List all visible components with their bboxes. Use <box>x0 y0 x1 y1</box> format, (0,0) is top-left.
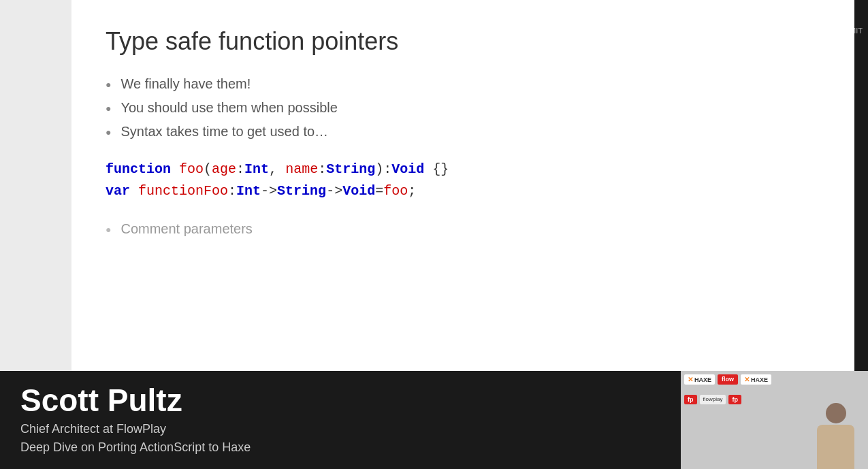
code-arrow1: -> <box>261 183 277 199</box>
code-param2-name: name <box>285 161 318 177</box>
code-type-int: Int <box>244 161 269 177</box>
presenter-head <box>826 403 846 423</box>
bottom-bar: Scott Pultz Chief Architect at FlowPlay … <box>0 371 681 469</box>
code-kw-var: var <box>106 183 130 199</box>
speaker-title-1: Chief Architect at FlowPlay <box>20 422 166 436</box>
code-var-name: functionFoo <box>138 183 228 199</box>
haxe-badge-2: ✕ HAXE <box>741 374 771 385</box>
bullet-list-1: We finally have them! You should use the… <box>106 76 820 140</box>
left-gray-bar <box>0 0 71 371</box>
haxe-badge-1: ✕ HAXE <box>684 374 715 385</box>
code-colon3: : <box>228 183 236 199</box>
bullet2-text-1: Comment parameters <box>120 221 252 237</box>
bullet-text-2: You should use them when possible <box>120 100 337 116</box>
code-param1-name: age <box>212 161 236 177</box>
code-kw-function: function <box>106 161 171 177</box>
slide-title: Type safe function pointers <box>106 27 820 56</box>
code-body: {} <box>424 161 449 177</box>
code-params: ( <box>204 161 212 177</box>
fp-label-2: fp <box>732 396 738 403</box>
fp-badge-2: fp <box>728 395 741 404</box>
fp-label-1: fp <box>688 396 694 403</box>
fp-badge-1: fp <box>684 395 697 404</box>
bullet-item-2: You should use them when possible <box>106 100 820 116</box>
video-panel: ✕ HAXE flow ✕ HAXE fp flowplay fp <box>681 371 868 469</box>
code-colon2: : <box>318 161 326 177</box>
bullet-item-3: Syntax takes time to get used to… <box>106 124 820 140</box>
code-fn-name: foo <box>179 161 204 177</box>
code-arrow2: -> <box>326 183 342 199</box>
code-assign: = <box>375 183 383 199</box>
presenter-figure <box>817 403 854 469</box>
code-fn-type-void: Void <box>342 183 375 199</box>
presenter-body <box>817 425 854 469</box>
haxe-x-icon-1: ✕ <box>688 376 693 383</box>
bullet-text-3: Syntax takes time to get used to… <box>120 124 328 140</box>
code-type-void: Void <box>391 161 424 177</box>
speaker-title-2: Deep Dive on Porting ActionScript to Hax… <box>20 440 251 454</box>
logo-row-2: fp flowplay fp <box>684 395 741 404</box>
code-fn-type-string: String <box>277 183 326 199</box>
code-assign-val: foo <box>383 183 408 199</box>
speaker-title: Chief Architect at FlowPlay Deep Dive on… <box>20 420 251 457</box>
flowplay-label: flowplay <box>703 396 723 402</box>
code-comma: , <box>269 161 285 177</box>
speaker-info: Scott Pultz Chief Architect at FlowPlay … <box>20 383 251 457</box>
haxe-label-1: HAXE <box>694 376 711 383</box>
speaker-name: Scott Pultz <box>20 383 251 418</box>
flow-badge-1: flow <box>718 374 738 385</box>
code-colon1: : <box>236 161 244 177</box>
bullet-item-1: We finally have them! <box>106 76 820 92</box>
haxe-x-icon-2: ✕ <box>744 376 750 383</box>
code-fn-type-int: Int <box>236 183 261 199</box>
bullet-text-1: We finally have them! <box>120 76 251 92</box>
haxe-label-2: HAXE <box>751 376 768 383</box>
logo-row-1: ✕ HAXE flow ✕ HAXE <box>684 374 771 385</box>
code-semi: ; <box>408 183 416 199</box>
bullet-list-2: Comment parameters <box>106 221 820 237</box>
flowplay-badge: flowplay <box>700 395 726 404</box>
flow-label-1: flow <box>722 376 734 383</box>
code-line-2: var functionFoo:Int->String->Void=foo; <box>106 180 820 202</box>
bullet2-item-1: Comment parameters <box>106 221 820 237</box>
code-block: function foo(age:Int, name:String):Void … <box>106 159 820 202</box>
code-close-paren: ): <box>375 161 391 177</box>
code-line-1: function foo(age:Int, name:String):Void … <box>106 159 820 180</box>
video-inner: ✕ HAXE flow ✕ HAXE fp flowplay fp <box>681 371 868 469</box>
code-type-string: String <box>326 161 375 177</box>
